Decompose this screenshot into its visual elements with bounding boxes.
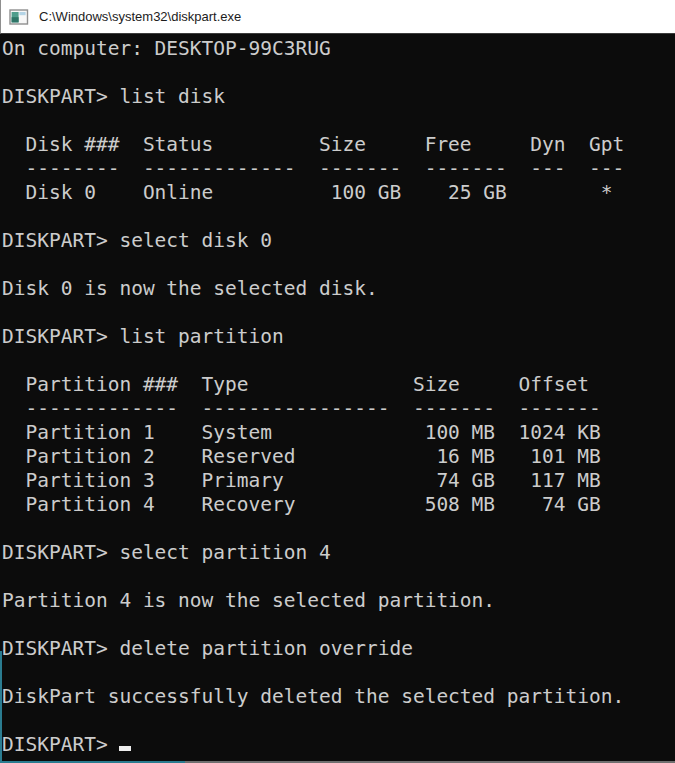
console-line: DISKPART> delete partition override	[2, 637, 675, 661]
window-title: C:\Windows\system32\diskpart.exe	[39, 9, 241, 24]
console-line: Disk 0 Online 100 GB 25 GB *	[2, 181, 675, 205]
console-window-icon[interactable]	[9, 7, 29, 27]
console-line: Partition 1 System 100 MB 1024 KB	[2, 421, 675, 445]
console-line: DISKPART> select disk 0	[2, 229, 675, 253]
console-line	[2, 253, 675, 277]
console-line: DISKPART> list disk	[2, 85, 675, 109]
console-line: Partition 2 Reserved 16 MB 101 MB	[2, 445, 675, 469]
console-line: Partition 4 is now the selected partitio…	[2, 589, 675, 613]
console-line: Disk 0 is now the selected disk.	[2, 277, 675, 301]
diskpart-window: C:\Windows\system32\diskpart.exe On comp…	[0, 0, 675, 763]
console-line: -------- ------------- ------- ------- -…	[2, 157, 675, 181]
console-line: On computer: DESKTOP-99C3RUG	[2, 37, 675, 61]
console-output[interactable]: On computer: DESKTOP-99C3RUGDISKPART> li…	[0, 34, 675, 763]
window-border-accent-left	[0, 651, 2, 763]
console-line: DiskPart successfully deleted the select…	[2, 685, 675, 709]
console-line	[2, 349, 675, 373]
console-line	[2, 205, 675, 229]
title-bar[interactable]: C:\Windows\system32\diskpart.exe	[0, 0, 675, 34]
console-line	[2, 613, 675, 637]
console-line	[2, 61, 675, 85]
console-line	[2, 517, 675, 541]
console-line: ------------- ---------------- ------- -…	[2, 397, 675, 421]
console-line: DISKPART>	[2, 733, 675, 757]
console-line: Disk ### Status Size Free Dyn Gpt	[2, 133, 675, 157]
console-line: Partition 3 Primary 74 GB 117 MB	[2, 469, 675, 493]
console-line: Partition 4 Recovery 508 MB 74 GB	[2, 493, 675, 517]
console-line	[2, 301, 675, 325]
text-cursor	[119, 746, 131, 751]
console-line: DISKPART> select partition 4	[2, 541, 675, 565]
console-line	[2, 565, 675, 589]
console-line: Partition ### Type Size Offset	[2, 373, 675, 397]
console-line	[2, 709, 675, 733]
console-line	[2, 661, 675, 685]
console-line: DISKPART> list partition	[2, 325, 675, 349]
console-line	[2, 109, 675, 133]
